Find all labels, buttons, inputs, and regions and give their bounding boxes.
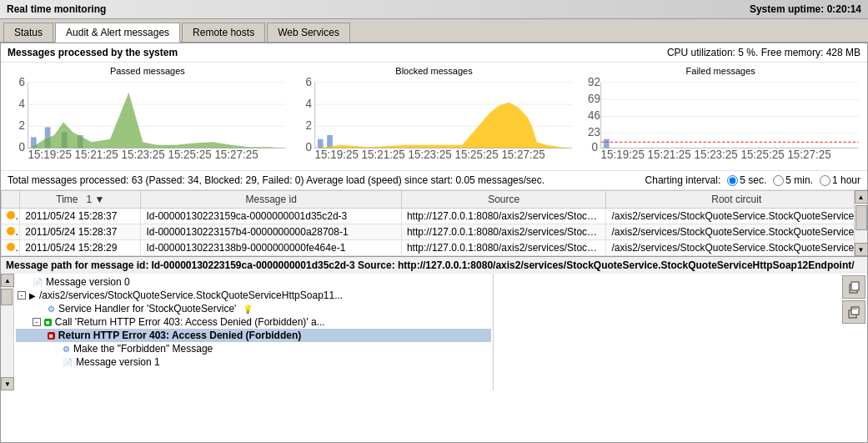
- arrow-icon: ▶: [29, 291, 36, 300]
- svg-text:15:25:25: 15:25:25: [741, 148, 785, 161]
- tree-item-5[interactable]: ⚙ Make the "Forbidden" Message: [16, 342, 491, 355]
- blocked-chart-area: 6 4 2 0 15:19:25 15:21:: [294, 78, 574, 167]
- interval-5sec[interactable]: 5 sec.: [727, 174, 766, 186]
- svg-text:69: 69: [588, 91, 600, 104]
- svg-text:6: 6: [305, 78, 312, 88]
- cell-msgid: Id-00000130223157b4-0000000000a28708-1: [141, 224, 402, 240]
- tree-label: Return HTTP Error 403: Access Denied (Fo…: [58, 330, 301, 341]
- cell-time: 2011/05/24 15:28:37: [20, 224, 141, 240]
- failed-chart: Failed messages 92 69 46 23 0: [580, 66, 860, 167]
- handler-icon: ⚙: [48, 305, 55, 314]
- svg-text:15:23:25: 15:23:25: [122, 148, 166, 161]
- stats-bar: Total messages processed: 63 (Passed: 34…: [1, 171, 867, 190]
- message-path-label: Message path for message id:: [6, 259, 148, 271]
- svg-text:0: 0: [592, 140, 599, 154]
- tree-item-3[interactable]: - ■ Call 'Return HTTP Error 403: Access …: [16, 315, 491, 329]
- doc-icon: 📄: [33, 278, 43, 287]
- tab-remote-hosts[interactable]: Remote hosts: [182, 23, 265, 42]
- tree-item-6[interactable]: 📄 Message version 1: [16, 355, 491, 369]
- svg-text:15:27:25: 15:27:25: [214, 148, 258, 161]
- copy-button-1[interactable]: [842, 275, 865, 299]
- charting-label: Charting interval:: [645, 174, 721, 186]
- tree-label: Message version 1: [76, 356, 160, 368]
- table-row[interactable]: 2011/05/24 15:28:37 Id-00000130223157b4-…: [2, 224, 867, 240]
- tree-label: Service Handler for 'StockQuoteService': [58, 303, 236, 315]
- tree-area-scrollbar-v[interactable]: ▲ ▼: [1, 274, 14, 390]
- cell-msgid: Id-00000130223159ca-0000000001d35c2d-3: [141, 209, 402, 224]
- tree-item-4[interactable]: ■ Return HTTP Error 403: Access Denied (…: [16, 329, 491, 342]
- cell-source: http://127.0.0.1:8080/axis2/services/Sto…: [401, 224, 606, 240]
- message-path-header: Message path for message id: Id-00000130…: [1, 256, 867, 274]
- svg-text:15:21:25: 15:21:25: [648, 148, 692, 161]
- interval-5min[interactable]: 5 min.: [773, 174, 813, 186]
- window-title: Real time monitoring: [7, 3, 106, 15]
- tree-label: Make the "Forbidden" Message: [73, 343, 213, 355]
- tree-scroll-thumb[interactable]: [1, 289, 13, 305]
- title-bar: Real time monitoring System uptime: 0:20…: [0, 0, 868, 19]
- col-source[interactable]: Source: [401, 191, 606, 209]
- svg-text:15:19:25: 15:19:25: [601, 148, 645, 161]
- top-info: Messages processed by the system CPU uti…: [1, 43, 867, 63]
- cell-source: http://127.0.0.1:8080/axis2/services/Sto…: [401, 240, 606, 256]
- cell-source: http://127.0.0.1:8080/axis2/services/Sto…: [401, 209, 606, 224]
- message-path-value: Id-00000130223159ca-0000000001d35c2d-3 S…: [151, 259, 854, 271]
- table-row[interactable]: 2011/05/24 15:28:29 Id-00000130223138b9-…: [2, 240, 867, 256]
- tab-web-services[interactable]: Web Services: [267, 23, 350, 42]
- red-badge: ■: [48, 332, 55, 340]
- message-table: Time 1 ▼ Message id Source Root circuit …: [1, 190, 867, 256]
- copy-button-2[interactable]: [842, 300, 865, 324]
- svg-text:4: 4: [18, 96, 25, 109]
- table-scrollbar[interactable]: ▲ ▼: [854, 190, 867, 256]
- svg-text:0: 0: [18, 140, 25, 154]
- col-dot: [2, 191, 20, 209]
- tree-area: ▲ ▼ 📄 Message version 0 - ▶ /axis2/servi…: [1, 274, 867, 390]
- tree-right-panel: [494, 274, 840, 390]
- svg-text:92: 92: [588, 78, 600, 88]
- svg-text:15:23:25: 15:23:25: [695, 148, 739, 161]
- info-icon: 💡: [243, 305, 253, 314]
- table-row[interactable]: 2011/05/24 15:28:37 Id-00000130223159ca-…: [2, 209, 867, 224]
- cell-msgid: Id-00000130223138b9-0000000000fe464e-1: [141, 240, 402, 256]
- tree-scroll-up[interactable]: ▲: [1, 274, 14, 287]
- green-badge: ■: [44, 319, 52, 326]
- tab-status[interactable]: Status: [3, 23, 53, 42]
- col-msgid[interactable]: Message id: [141, 191, 402, 209]
- cell-time: 2011/05/24 15:28:37: [20, 209, 141, 224]
- scroll-down-button[interactable]: ▼: [855, 243, 868, 256]
- passed-chart-title: Passed messages: [8, 66, 288, 76]
- interval-1hour[interactable]: 1 hour: [820, 174, 860, 186]
- svg-text:15:27:25: 15:27:25: [788, 148, 832, 161]
- svg-text:15:21:25: 15:21:25: [361, 148, 405, 161]
- charts-area: Passed messages 6 4 2 0: [1, 63, 867, 171]
- col-rootcircuit[interactable]: Root circuit: [606, 191, 867, 209]
- blocked-chart: Blocked messages 6 4 2 0: [294, 66, 574, 167]
- svg-rect-60: [851, 307, 859, 315]
- handler2-icon: ⚙: [63, 345, 70, 354]
- message-table-container: Time 1 ▼ Message id Source Root circuit …: [1, 190, 867, 256]
- passed-chart: Passed messages 6 4 2 0: [8, 66, 288, 167]
- tree-expand-1[interactable]: -: [18, 291, 26, 300]
- svg-rect-29: [327, 135, 333, 148]
- svg-text:15:19:25: 15:19:25: [28, 148, 73, 161]
- svg-rect-28: [318, 139, 324, 149]
- tree-expand-3[interactable]: -: [33, 318, 41, 326]
- tree-scroll-down[interactable]: ▼: [1, 377, 14, 390]
- failed-chart-title: Failed messages: [580, 66, 860, 76]
- tree-item-1[interactable]: - ▶ /axis2/services/StockQuoteService.St…: [16, 289, 491, 302]
- tree-item-2[interactable]: ⚙ Service Handler for 'StockQuoteService…: [16, 302, 491, 315]
- svg-text:15:25:25: 15:25:25: [168, 148, 212, 161]
- tree-label: Message version 0: [46, 276, 130, 288]
- system-uptime: System uptime: 0:20:14: [750, 3, 861, 15]
- tab-audit[interactable]: Audit & Alert messages: [55, 23, 180, 43]
- svg-text:0: 0: [305, 140, 312, 154]
- doc2-icon: 📄: [63, 358, 73, 367]
- svg-rect-49: [604, 139, 610, 149]
- svg-marker-30: [318, 103, 569, 149]
- tree-item-0[interactable]: 📄 Message version 0: [16, 275, 491, 289]
- col-time[interactable]: Time 1 ▼: [20, 191, 141, 209]
- scroll-up-button[interactable]: ▲: [855, 190, 868, 204]
- failed-chart-area: 92 69 46 23 0 15:19:25: [580, 78, 860, 167]
- svg-text:15:21:25: 15:21:25: [75, 148, 119, 161]
- scroll-thumb[interactable]: [855, 205, 867, 230]
- svg-text:23: 23: [588, 125, 600, 138]
